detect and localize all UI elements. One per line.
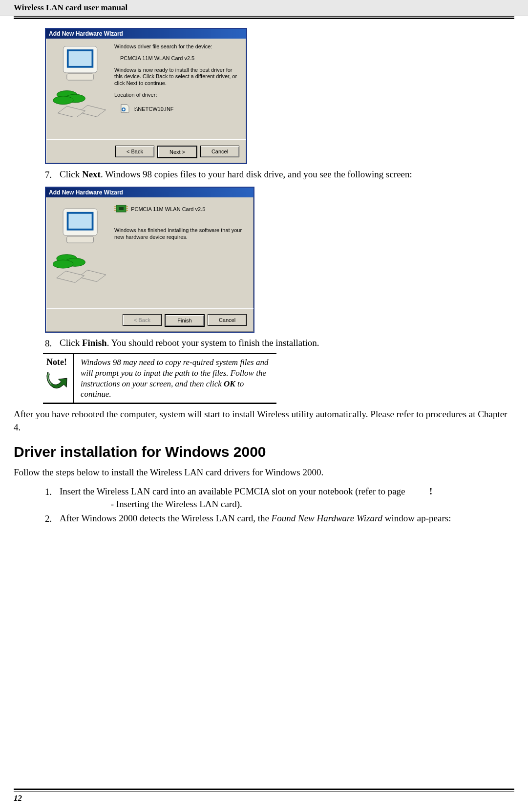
step-number: 7. [45,168,60,182]
w2k-step-2: 2. After Windows 2000 detects the Wirele… [45,512,514,526]
wizard1-side-graphic [52,43,109,117]
finish-button[interactable]: Finish [165,314,205,327]
page-header: Wireless LAN card user manual [0,0,528,16]
svg-rect-3 [67,74,93,80]
cancel-button[interactable]: Cancel [200,146,239,157]
step-number: 2. [45,512,60,526]
wizard1-separator [46,139,246,140]
svg-rect-28 [119,207,124,210]
note-arrow-icon [43,368,70,390]
wizard2-separator [46,308,253,309]
note-label: Note! [43,357,70,367]
step-7: 7. Click Next. Windows 98 copies files t… [45,168,514,182]
wizard1-line1: Windows driver file search for the devic… [114,43,239,50]
step-number: 8. [45,337,60,350]
wizard1-ready: Windows is now ready to install the best… [114,67,239,87]
wizard2-side-graphic [52,202,109,285]
wizard2-finished: Windows has finished installing the soft… [114,227,247,241]
note-text: Windows 98 may need to copy re-quired sy… [74,354,276,403]
back-button-disabled: < Back [123,314,162,326]
wizard-screenshot-1: Add New Hardware Wizard [45,28,247,164]
wizard1-loc-path: I:\NETCW10.INF [133,106,174,111]
wizard2-device: PCMCIA 11M WLAN Card v2.5 [131,206,205,212]
after-reboot-paragraph: After you have rebooted the computer, sy… [14,408,514,434]
svg-rect-2 [69,51,92,66]
svg-point-11 [123,108,125,110]
next-button[interactable]: Next > [157,146,197,158]
section-heading-w2k: Driver installation for Windows 2000 [14,444,514,460]
header-rule-thin [14,16,514,17]
cancel-button[interactable]: Cancel [208,314,247,326]
back-button[interactable]: < Back [115,146,154,157]
svg-point-18 [53,260,73,268]
wizard2-titlebar: Add New Hardware Wizard [46,188,253,197]
note-box: Note! Windows 98 may need to copy re-qui… [43,353,276,404]
page-footer: 12 [0,789,528,803]
step-8: 8. Click Finish. You should reboot your … [45,337,514,350]
svg-point-6 [53,96,73,105]
inf-file-icon [120,104,130,115]
svg-rect-14 [68,214,91,228]
w2k-step-1: 1. Insert the Wireless LAN card into an … [45,485,514,510]
wizard1-loc-label: Location of driver: [114,92,239,99]
wizard1-titlebar: Add New Hardware Wizard [46,29,246,39]
intro-w2k: Follow the steps below to install the Wi… [14,466,514,479]
device-chip-icon [114,203,128,216]
svg-marker-20 [57,271,84,282]
page-number: 12 [14,793,22,803]
header-title: Wireless LAN card user manual [14,3,127,12]
wizard1-device: PCMCIA 11M WLAN Card v2.5 [120,55,239,62]
svg-marker-8 [58,106,85,117]
step-number: 1. [45,485,60,510]
wizard-screenshot-2: Add New Hardware Wizard [45,187,254,333]
svg-rect-15 [67,236,94,242]
